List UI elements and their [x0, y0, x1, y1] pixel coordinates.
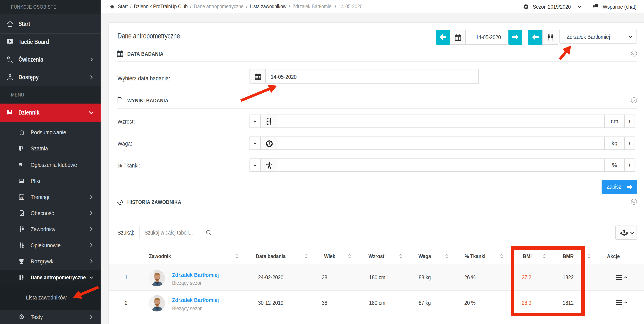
svg-text:31: 31: [20, 196, 23, 199]
